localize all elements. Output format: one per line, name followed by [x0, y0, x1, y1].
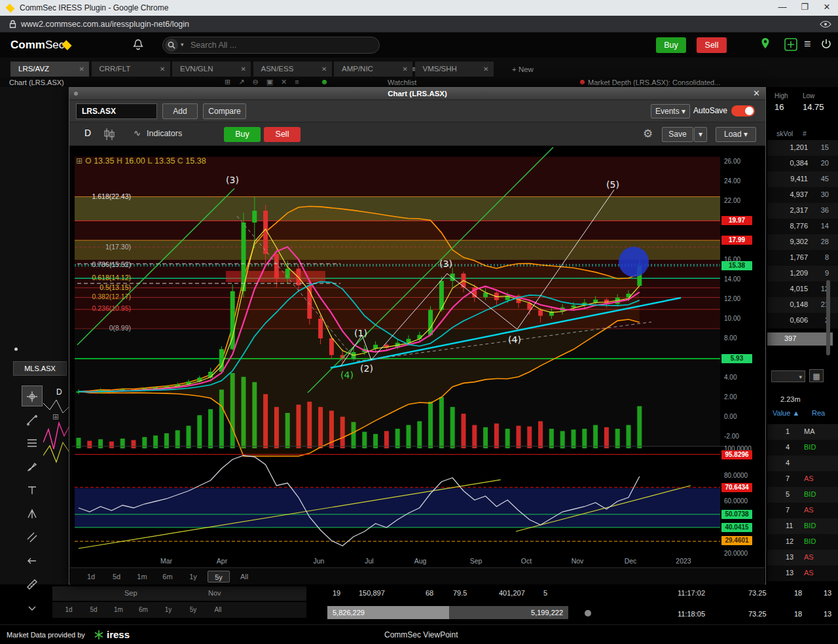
pitchfork-tool[interactable]	[22, 503, 43, 524]
chart-close-icon[interactable]: ✕	[753, 88, 760, 98]
depth-count: 28	[821, 238, 829, 245]
events-dropdown[interactable]: Events ▾	[651, 104, 690, 118]
right-scrollbar[interactable]	[826, 280, 830, 355]
ohlc-grid-icon[interactable]: ⊞	[76, 156, 85, 166]
sales-qty: 4	[786, 443, 790, 451]
chart-window-titlebar[interactable]: Chart (LRS.ASX) ✕	[69, 88, 765, 100]
depth-row: 9,30228	[767, 234, 838, 250]
value-header[interactable]: Value ▲	[773, 409, 799, 417]
panel-toolbar-icons[interactable]: ⊞↗⊖▣✕≡	[225, 78, 307, 86]
menu-hamburger-icon[interactable]: ≡	[804, 37, 811, 51]
tab-close-icon[interactable]: ✕	[483, 62, 488, 77]
search-input[interactable]	[191, 39, 367, 51]
svg-text:(1): (1)	[354, 328, 367, 338]
sell-button[interactable]: Sell	[697, 37, 727, 53]
depth-view-dropdown[interactable]: ▾	[771, 370, 805, 382]
ideas-pin-icon[interactable]	[759, 37, 771, 52]
text-tool[interactable]	[22, 480, 43, 501]
power-icon[interactable]	[820, 38, 832, 51]
tab-close-icon[interactable]: ✕	[79, 62, 84, 77]
lock-icon[interactable]	[9, 20, 17, 29]
scroll-knob[interactable]	[585, 610, 591, 617]
url-text[interactable]: www2.commsec.com.au/iressplugin-net6/log…	[21, 20, 189, 29]
watchlist-label[interactable]: Watchlist	[388, 79, 416, 86]
mini-range-5d[interactable]: 5d	[82, 604, 105, 616]
depth-vol: 0,606	[790, 316, 808, 324]
axis-tick: 4.00	[724, 374, 737, 381]
mini-range-All[interactable]: All	[207, 604, 229, 616]
tab-close-icon[interactable]: ✕	[321, 62, 327, 77]
tab-vms-shh[interactable]: VMS/SHH✕	[415, 62, 494, 77]
compare-button[interactable]: Compare	[203, 103, 246, 119]
mini-period-letter[interactable]: D	[56, 387, 62, 397]
close-button[interactable]: ✕	[817, 0, 837, 16]
load-button[interactable]: Load ▾	[716, 127, 756, 142]
gear-icon[interactable]: ⚙	[643, 127, 653, 141]
search-icon-badge[interactable]	[165, 39, 178, 52]
tab-label: AMP/NIC	[342, 65, 373, 73]
add-button[interactable]: Add	[162, 103, 198, 119]
sales-code: MA	[804, 427, 815, 435]
range-button-1d[interactable]: 1d	[80, 571, 102, 582]
tab-close-icon[interactable]: ✕	[241, 62, 246, 77]
period-button[interactable]: D	[84, 128, 91, 138]
bell-icon[interactable]	[132, 39, 144, 52]
depth-vol: 8,776	[790, 222, 808, 230]
channel-tool[interactable]	[22, 527, 43, 548]
brush-tool[interactable]	[22, 456, 43, 477]
tab-crr-flt[interactable]: CRR/FLT✕	[92, 62, 170, 77]
range-button-1y[interactable]: 1y	[182, 571, 204, 582]
range-button-5y[interactable]: 5y	[208, 571, 230, 582]
maximize-button[interactable]: ❐	[795, 0, 814, 16]
mini-range-6m[interactable]: 6m	[132, 604, 155, 616]
high-value: 16	[774, 102, 784, 112]
symbol-input[interactable]	[76, 103, 157, 119]
tab-evn-gln[interactable]: EVN/GLN✕	[172, 62, 251, 77]
range-button-5d[interactable]: 5d	[105, 571, 128, 582]
mini-range-1d[interactable]: 1d	[58, 604, 80, 616]
candle-style-icon[interactable]	[103, 127, 117, 141]
add-panel-icon[interactable]	[784, 38, 797, 51]
depth-vol: 0,384	[790, 159, 808, 167]
autosave-toggle[interactable]	[731, 105, 755, 116]
mini-range-1m[interactable]: 1m	[107, 604, 130, 616]
save-button[interactable]: Save	[662, 127, 693, 142]
sales-time-cell: 73.25	[748, 610, 767, 618]
tab-amp-nic[interactable]: AMP/NIC✕	[334, 62, 412, 77]
buy-button[interactable]: Buy	[656, 37, 686, 53]
range-button-All[interactable]: All	[233, 571, 255, 582]
tab-asn-ess[interactable]: ASN/ESS✕	[253, 62, 332, 77]
depth-vol: 4,015	[790, 285, 808, 293]
crosshair-tool[interactable]	[22, 385, 43, 406]
more-tools[interactable]	[22, 598, 43, 618]
new-tab-button[interactable]: + New	[512, 65, 534, 73]
depth-count: 20	[821, 159, 829, 167]
price-chart-canvas[interactable]: (3)(5)(1)(4)(2)(3)(4)	[72, 147, 727, 569]
mini-range-1y[interactable]: 1y	[157, 604, 179, 616]
range-button-6m[interactable]: 6m	[156, 571, 179, 582]
price-tag: 19.97	[721, 216, 752, 225]
tab-label: LRS/AVZ	[18, 65, 49, 73]
indicators-button[interactable]: Indicators	[147, 129, 182, 138]
minimize-button[interactable]: —	[773, 0, 792, 16]
extra-header[interactable]: Rea	[812, 409, 825, 417]
tab-lrs-avz[interactable]: LRS/AVZ✕	[10, 62, 89, 77]
tab-close-icon[interactable]: ✕	[160, 62, 165, 77]
ohlc-label: O	[85, 156, 94, 166]
crosshair-tool-icon	[26, 390, 39, 403]
trendline-tool[interactable]	[22, 409, 43, 430]
tab-close-icon[interactable]: ✕	[403, 62, 408, 77]
fib-tool[interactable]	[22, 433, 43, 454]
save-caret-button[interactable]: ▾	[694, 127, 707, 142]
measure-tool[interactable]	[22, 574, 43, 595]
calendar-icon[interactable]: ▦	[809, 369, 824, 382]
mini-grid-icon[interactable]: ⊞	[52, 412, 59, 421]
mini-range-5y[interactable]: 5y	[182, 604, 204, 616]
chart-sell-button[interactable]: Sell	[264, 127, 301, 142]
eye-icon[interactable]	[820, 20, 831, 28]
range-button-1m[interactable]: 1m	[131, 571, 153, 582]
chart-buy-button[interactable]: Buy	[224, 127, 261, 142]
arrow-left-tool[interactable]	[22, 550, 43, 571]
search-caret-icon[interactable]: ▾	[181, 41, 184, 48]
market-depth-label[interactable]: Market Depth (LRS.ASX): Consolidated...	[588, 79, 720, 86]
